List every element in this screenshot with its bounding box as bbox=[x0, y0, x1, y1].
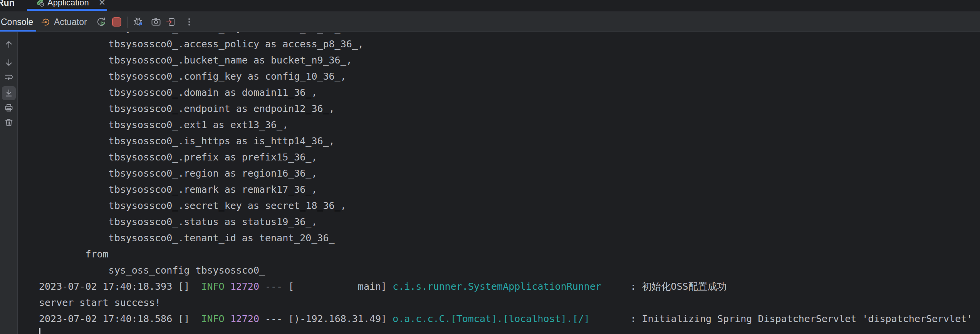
run-tool-window: Run Application ✕ Console bbox=[0, 0, 980, 334]
active-tab-underline bbox=[27, 9, 107, 11]
export-log-icon[interactable] bbox=[165, 16, 177, 28]
toolbar-separator bbox=[127, 17, 128, 28]
console-line: server start success! bbox=[39, 295, 980, 311]
thread-dump-camera-icon[interactable] bbox=[150, 16, 162, 28]
run-tool-label: Run bbox=[0, 0, 15, 10]
tab-actuator[interactable]: Actuator bbox=[41, 12, 87, 32]
console-line: tbsysossco0_.ext1 as ext13_36_, bbox=[39, 117, 980, 133]
more-kebab-icon[interactable] bbox=[183, 16, 195, 28]
console-line: tbsysossco0_.tenant_id as tenant_20_36_ bbox=[39, 230, 980, 246]
console-output[interactable]: tbsysossco0_.access_key as access_k7_36_… bbox=[18, 32, 980, 334]
console-line: 2023-07-02 17:40:18.393 [] INFO 12720 --… bbox=[39, 279, 980, 295]
console-line: from bbox=[39, 246, 980, 262]
scroll-to-end-icon[interactable] bbox=[4, 88, 14, 98]
console-tab-underline bbox=[0, 30, 36, 32]
soft-wrap-icon[interactable] bbox=[4, 72, 14, 82]
console-line: tbsysossco0_.endpoint as endpoin12_36_, bbox=[39, 101, 980, 117]
console-line: tbsysossco0_.remark as remark17_36_, bbox=[39, 182, 980, 198]
console-gutter-toolbar bbox=[0, 32, 18, 334]
console-line: tbsysossco0_.status as status19_36_, bbox=[39, 214, 980, 230]
console-output-lines: tbsysossco0_.access_key as access_k7_36_… bbox=[39, 32, 980, 334]
console-line bbox=[39, 327, 980, 334]
console-line: sys_oss_config tbsysossco0_ bbox=[39, 262, 980, 279]
console-line: tbsysossco0_.access_policy as access_p8_… bbox=[39, 36, 980, 52]
text-caret bbox=[39, 328, 40, 334]
tab-application-label: Application bbox=[47, 0, 89, 8]
up-arrow-icon[interactable] bbox=[4, 39, 14, 49]
stop-icon[interactable] bbox=[112, 16, 124, 28]
tab-actuator-label: Actuator bbox=[54, 17, 87, 27]
spring-boot-run-icon bbox=[35, 0, 44, 7]
clear-all-icon[interactable] bbox=[4, 117, 14, 127]
console-line: tbsysossco0_.bucket_name as bucket_n9_36… bbox=[39, 52, 980, 68]
tab-console[interactable]: Console bbox=[0, 12, 36, 32]
actuator-icon bbox=[41, 17, 50, 27]
console-toolbar: Console Actuator bbox=[0, 12, 980, 32]
console-panel: tbsysossco0_.access_key as access_k7_36_… bbox=[0, 32, 980, 334]
console-line: tbsysossco0_.access_key as access_k7_36_… bbox=[39, 32, 980, 36]
console-line: 2023-07-02 17:40:18.586 [] INFO 12720 --… bbox=[39, 311, 980, 327]
console-line: tbsysossco0_.domain as domain11_36_, bbox=[39, 85, 980, 101]
console-line: tbsysossco0_.config_key as config_10_36_… bbox=[39, 68, 980, 85]
console-line: tbsysossco0_.prefix as prefix15_36_, bbox=[39, 149, 980, 165]
console-line: tbsysossco0_.is_https as is_http14_36_, bbox=[39, 133, 980, 149]
tab-console-label: Console bbox=[1, 17, 33, 27]
rerun-icon[interactable] bbox=[96, 16, 107, 28]
run-tab-bar: Run Application ✕ bbox=[0, 0, 980, 12]
console-line: tbsysossco0_.secret_key as secret_18_36_… bbox=[39, 198, 980, 214]
console-line: tbsysossco0_.region as region16_36_, bbox=[39, 165, 980, 182]
tab-close-icon[interactable]: ✕ bbox=[99, 0, 106, 8]
print-icon[interactable] bbox=[4, 103, 14, 113]
down-arrow-icon[interactable] bbox=[4, 58, 14, 68]
attach-debugger-icon[interactable] bbox=[133, 16, 144, 28]
